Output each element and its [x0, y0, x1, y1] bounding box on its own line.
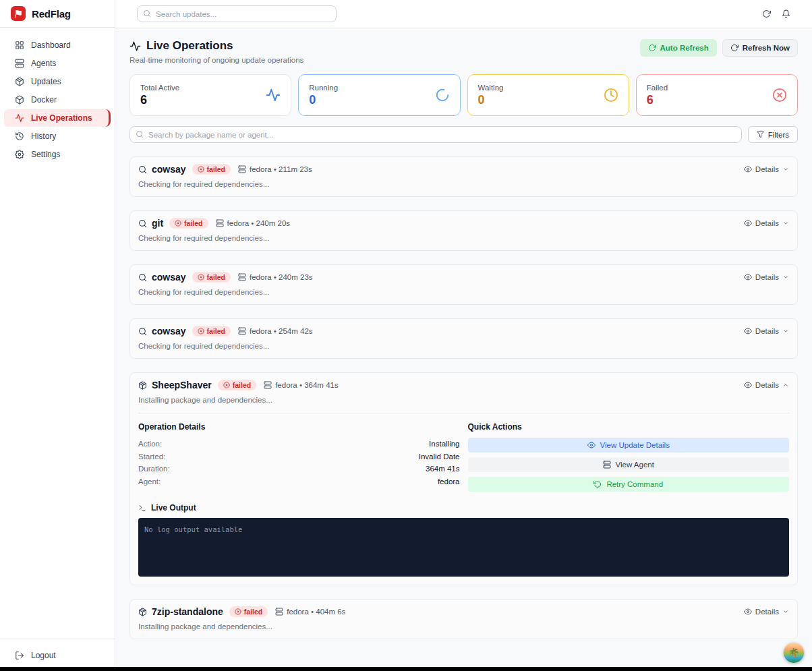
activity-icon — [15, 113, 24, 123]
details-label: Details — [755, 327, 779, 335]
status-badge-label: failed — [207, 327, 225, 335]
status-badge-label: failed — [184, 219, 202, 227]
operation-name: 7zip-standalone — [152, 606, 223, 617]
operation-row: cowsayfailedfedora • 254m 42sDetailsChec… — [129, 318, 798, 359]
live-output-header: Live Output — [138, 503, 789, 513]
eye-icon — [744, 327, 752, 335]
details-button[interactable]: Details — [744, 327, 789, 335]
bell-icon[interactable] — [782, 9, 790, 18]
sidebar-item-label: Docker — [31, 95, 57, 105]
search-icon — [143, 9, 151, 18]
live-output-terminal[interactable]: No log output available — [138, 518, 789, 577]
redflag-logo — [11, 6, 26, 21]
view-agent-button[interactable]: View Agent — [468, 457, 790, 472]
details-button[interactable]: Details — [744, 165, 789, 173]
details-label: Details — [755, 608, 779, 616]
details-button[interactable]: Details — [744, 608, 789, 616]
stat-cards: Total Active6Running0Waiting0Failed6 — [129, 74, 798, 116]
x-circle-icon — [223, 382, 230, 388]
sidebar-item-label: History — [31, 132, 56, 141]
operation-agent-duration: fedora • 240m 20s — [216, 219, 291, 227]
detail-value: Installing — [429, 440, 459, 448]
details-button[interactable]: Details — [744, 273, 789, 281]
operation-name: SheepShaver — [152, 380, 212, 390]
refresh-now-icon — [730, 44, 738, 52]
eye-icon — [744, 165, 752, 173]
details-button[interactable]: Details — [744, 381, 789, 389]
ops-search-input[interactable] — [129, 126, 742, 143]
operation-status-message: Installing package and dependencies... — [138, 396, 789, 404]
operation-status-message: Installing package and dependencies... — [138, 622, 789, 631]
quick-actions-title: Quick Actions — [468, 422, 790, 432]
agent-duration-text: fedora • 364m 41s — [275, 381, 339, 389]
sidebar-item-updates[interactable]: Updates — [4, 73, 111, 90]
retry-command-label: Retry Command — [606, 480, 663, 488]
chevron-down-icon — [782, 220, 789, 227]
detail-label: Duration: — [138, 465, 170, 473]
sidebar: RedFlag DashboardAgentsUpdatesDockerLive… — [0, 0, 115, 671]
brand-name: RedFlag — [32, 8, 71, 20]
retry-command-button[interactable]: Retry Command — [468, 477, 790, 492]
operation-status-message: Checking for required dependencies... — [138, 180, 789, 188]
sidebar-item-agents[interactable]: Agents — [4, 55, 111, 72]
flag-icon — [14, 9, 23, 18]
operation-agent-duration: fedora • 240m 23s — [238, 273, 313, 281]
sidebar-item-history[interactable]: History — [4, 127, 111, 145]
status-badge: failed — [192, 164, 231, 175]
auto-refresh-icon — [648, 44, 656, 52]
page-subtitle: Real-time monitoring of ongoing update o… — [129, 56, 303, 64]
search-icon — [136, 130, 144, 138]
server-icon — [238, 327, 246, 335]
refresh-now-button[interactable]: Refresh Now — [722, 39, 798, 57]
filters-button[interactable]: Filters — [748, 126, 798, 143]
terminal-icon — [138, 504, 146, 512]
details-button[interactable]: Details — [744, 219, 789, 227]
page-title-row: Live Operations — [129, 39, 303, 53]
refresh-icon[interactable] — [762, 9, 771, 18]
global-search-input[interactable] — [137, 5, 337, 22]
operation-row: cowsayfailedfedora • 240m 23sDetailsChec… — [129, 264, 798, 305]
chevron-down-icon — [782, 166, 789, 173]
server-icon — [238, 165, 246, 173]
chevron-down-icon — [782, 274, 789, 281]
detail-row: Action:Installing — [138, 438, 460, 450]
operation-agent-duration: fedora • 364m 41s — [264, 381, 339, 389]
quick-actions-panel: Quick ActionsView Update DetailsView Age… — [468, 422, 790, 496]
detail-value: fedora — [438, 477, 460, 486]
operation-agent-duration: fedora • 211m 23s — [238, 165, 312, 173]
extension-avatar[interactable]: 🌴 — [784, 643, 804, 663]
view-update-details-button[interactable]: View Update Details — [468, 438, 790, 453]
logout-label: Logout — [31, 651, 56, 660]
logout-button[interactable]: Logout — [0, 639, 115, 671]
sidebar-item-label: Settings — [31, 150, 60, 159]
status-badge-label: failed — [207, 165, 225, 173]
stat-label: Failed — [647, 84, 668, 92]
stat-value: 0 — [309, 93, 338, 107]
detail-label: Action: — [138, 440, 162, 448]
sidebar-item-dashboard[interactable]: Dashboard — [4, 36, 111, 54]
operation-details-panel: Operation DetailsAction:InstallingStarte… — [138, 422, 460, 496]
status-badge: failed — [218, 380, 256, 390]
operation-row: 7zip-standalonefailedfedora • 404m 6sDet… — [129, 599, 798, 639]
package-icon — [15, 77, 24, 86]
x-circle-icon — [198, 166, 204, 173]
bottom-edge-bar — [0, 667, 812, 671]
agent-duration-text: fedora • 240m 20s — [227, 219, 291, 227]
server-icon — [275, 608, 283, 616]
search-icon — [138, 219, 147, 228]
sidebar-item-label: Updates — [31, 77, 61, 86]
sidebar-item-settings[interactable]: Settings — [4, 146, 111, 163]
activity-icon — [129, 40, 141, 52]
detail-row: Agent:fedora — [138, 475, 460, 488]
auto-refresh-button[interactable]: Auto Refresh — [640, 39, 717, 57]
x-circle-icon — [772, 88, 787, 103]
operation-expanded: Operation DetailsAction:InstallingStarte… — [138, 413, 789, 577]
funnel-icon — [757, 131, 764, 138]
page-title: Live Operations — [146, 39, 233, 53]
sidebar-item-label: Dashboard — [31, 40, 71, 50]
box-icon — [15, 95, 24, 105]
sidebar-item-live-operations[interactable]: Live Operations — [4, 109, 111, 127]
eye-icon — [744, 219, 752, 227]
operation-status-message: Checking for required dependencies... — [138, 342, 789, 350]
sidebar-item-docker[interactable]: Docker — [4, 91, 111, 109]
